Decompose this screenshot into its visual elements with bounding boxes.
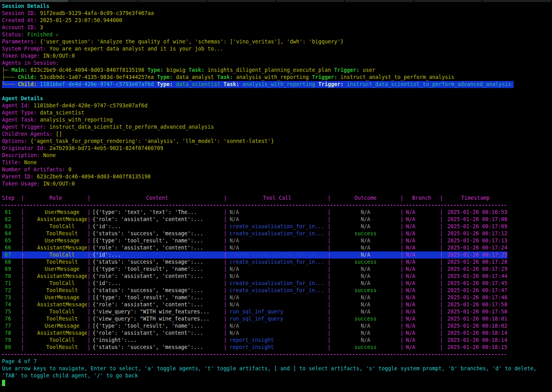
cell-timestamp: 2025-01-26 00:17:44 — [443, 273, 507, 280]
cell-role: ToolCall — [24, 337, 87, 344]
step-table-row[interactable]: 70AssistantMessage{'role': 'assistant', … — [2, 273, 507, 280]
column-separator — [223, 315, 227, 323]
session-details-title: Session Details — [2, 3, 552, 10]
column-separator — [400, 209, 404, 216]
cell-tool-call: N/A — [227, 266, 327, 273]
step-table-row[interactable]: 72ToolResult{'status': 'success', 'messa… — [2, 287, 507, 294]
cell-step: 75 — [2, 308, 21, 315]
cell-tool-call: N/A — [227, 301, 327, 308]
column-separator — [223, 244, 227, 251]
cell-tool-call: create_visualisation_for_in... — [227, 259, 327, 266]
column-separator — [327, 280, 331, 287]
step-table-row[interactable]: 63ToolCall{'id':...create_visualisation_… — [2, 223, 507, 230]
agent-trigger-label: Trigger: — [334, 67, 360, 73]
table-divider — [2, 202, 552, 209]
agent-trigger: instruct_data_scientist_to_perform_advan… — [347, 81, 511, 87]
step-table-row[interactable]: 68ToolResult{'status': 'success', 'messa… — [2, 259, 507, 266]
cell-tool-call: N/A — [227, 209, 327, 216]
cell-step: 78 — [2, 330, 21, 337]
step-table-row[interactable]: 64ToolResult{'status': 'success', 'messa… — [2, 230, 507, 237]
agent-type: bigwig — [166, 67, 185, 73]
cell-content: {'view_query': "WITH wine_features... — [91, 315, 223, 323]
steps-table-header: StepRoleContentTool CallOutcomeBranchTim… — [2, 195, 507, 202]
help-text-line-1: Use arrow keys to navigate, Enter to sel… — [2, 365, 552, 372]
cell-role: UserMessage — [24, 323, 87, 330]
column-separator — [21, 259, 24, 266]
column-separator — [87, 294, 91, 301]
cell-step: 69 — [2, 266, 21, 273]
step-table-row[interactable]: 80ToolResult{'status': 'success', 'messa… — [2, 344, 507, 351]
agent-detail-value: None — [43, 152, 56, 158]
agent-trigger-label: Trigger: — [312, 74, 337, 80]
cell-content: {'status': 'success', 'message':... — [91, 230, 223, 237]
agent-detail-row: Originator Id:2a7b2930-bd71-4eb5-9021-82… — [2, 145, 552, 152]
column-separator — [223, 330, 227, 337]
cell-step: 72 — [2, 287, 21, 294]
step-table-row[interactable]: 61UserMessage[{'type': 'text', 'text': '… — [2, 209, 507, 216]
column-separator — [327, 209, 331, 216]
step-table-row[interactable]: 76ToolResult{'view_query': "WITH wine_fe… — [2, 315, 507, 323]
cell-content: [{'type': 'tool_result', 'name':... — [91, 294, 223, 301]
column-separator — [327, 308, 331, 315]
step-table-row[interactable]: 65UserMessage[{'type': 'tool_result', 'n… — [2, 237, 507, 244]
step-table-row[interactable]: 75ToolCall{'view_query': "WITH wine_feat… — [2, 308, 507, 315]
agent-role-label: Child: — [18, 74, 37, 80]
column-separator — [439, 294, 443, 301]
agent-detail-row: Agent Trigger:instruct_data_scientist_to… — [2, 124, 552, 131]
session-field-value: 3 — [40, 24, 43, 30]
column-separator — [327, 273, 331, 280]
step-table-row[interactable]: 79ToolCall{'insight':...report_insightN/… — [2, 337, 507, 344]
agent-tree-row[interactable]: └───Child:1181bbef-de4d-420e-9747-c5793e… — [2, 81, 552, 88]
column-separator — [400, 244, 404, 251]
cell-step: 67 — [2, 251, 21, 259]
column-separator — [87, 301, 91, 308]
cell-branch: N/A — [404, 330, 439, 337]
step-table-row[interactable]: 73UserMessage[{'type': 'tool_result', 'n… — [2, 294, 507, 301]
step-table-row[interactable]: 77UserMessage[{'type': 'tool_result', 'n… — [2, 323, 507, 330]
cell-step: 66 — [2, 244, 21, 251]
step-table-row[interactable]: 62AssistantMessage{'role': 'assistant', … — [2, 216, 507, 223]
column-separator — [21, 308, 24, 315]
cell-timestamp: 2025-01-26 00:18:15 — [443, 344, 507, 351]
cell-role: ToolResult — [24, 344, 87, 351]
column-separator — [327, 244, 331, 251]
column-separator — [223, 266, 227, 273]
tree-branch-icon: ├─── — [2, 74, 15, 80]
cell-content: [{'type': 'text', 'text': 'The... — [91, 209, 223, 216]
session-field-value: 91f2eadb-9129-4afa-8c09-c379e3f467aa — [40, 10, 154, 16]
step-table-row[interactable]: 67ToolCall{'id':...create_visualisation_… — [2, 251, 507, 259]
cell-branch: N/A — [404, 273, 439, 280]
agent-detail-value: 0 — [68, 167, 72, 173]
cell-timestamp: 2025-01-26 00:17:09 — [443, 223, 507, 230]
cell-branch: N/A — [404, 244, 439, 251]
column-header-timestamp: Timestamp — [443, 195, 507, 202]
column-separator — [327, 294, 331, 301]
cell-tool-call: N/A — [227, 323, 327, 330]
table-bottom-divider — [2, 351, 552, 358]
terminal-cursor[interactable] — [2, 380, 5, 386]
terminal-screen: Session Details Session ID:91f2eadb-9129… — [0, 2, 552, 386]
agent-detail-label: Token Usage: — [2, 181, 40, 187]
column-separator — [21, 273, 24, 280]
step-table-row[interactable]: 78AssistantMessage{'role': 'assistant', … — [2, 330, 507, 337]
agent-tree-row[interactable]: ├───Child:53cdb9dc-1a07-4135-983d-9ef434… — [2, 74, 552, 81]
cell-role: ToolCall — [24, 280, 87, 287]
agent-tree-row[interactable]: ├─Main:623c2be9-dc46-4094-8d03-8407f8135… — [2, 67, 552, 74]
cell-role: ToolCall — [24, 223, 87, 230]
agent-detail-row: Options:{'agent_task_for_prompt_renderin… — [2, 138, 552, 145]
agent-detail-value: 2a7b2930-bd71-4eb5-9021-824f07460709 — [49, 145, 163, 151]
column-separator — [327, 237, 331, 244]
agent-detail-label: Children Agents: — [2, 131, 53, 137]
column-separator — [223, 323, 227, 330]
session-field-value: {'user_question': 'Analyze the quality o… — [40, 39, 344, 45]
step-table-row[interactable]: 66AssistantMessage{'role': 'assistant', … — [2, 244, 507, 251]
cell-content: {'status': 'success', 'message':... — [91, 344, 223, 351]
step-table-row[interactable]: 74AssistantMessage{'role': 'assistant', … — [2, 301, 507, 308]
column-separator — [223, 294, 227, 301]
column-separator — [223, 308, 227, 315]
step-table-row[interactable]: 71ToolCall{'id':...create_visualisation_… — [2, 280, 507, 287]
column-separator — [87, 237, 91, 244]
step-table-row[interactable]: 69UserMessage[{'type': 'tool_result', 'n… — [2, 266, 507, 273]
cell-tool-call: create_visualisation_for_in... — [227, 223, 327, 230]
cell-step: 63 — [2, 223, 21, 230]
